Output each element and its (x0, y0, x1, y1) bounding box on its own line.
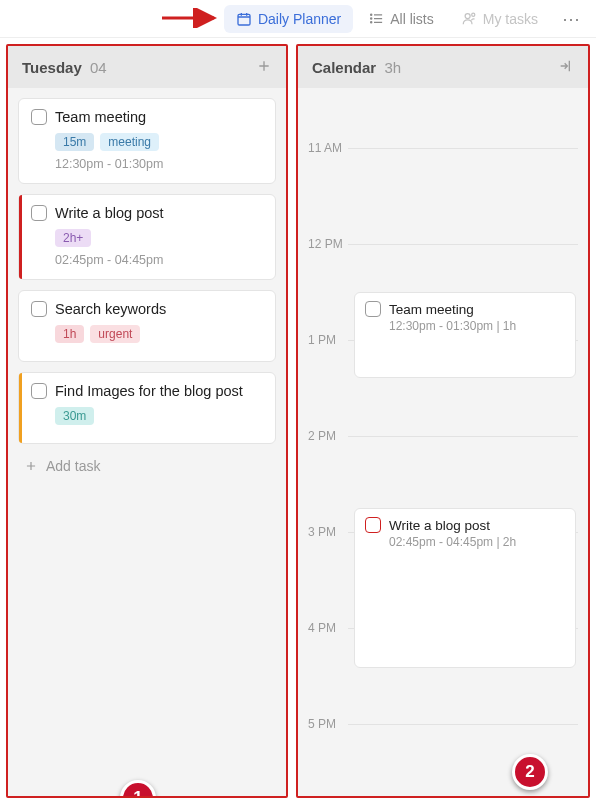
task-tag: 1h (55, 325, 84, 343)
calendar-header: Calendar 3h (298, 46, 588, 88)
annotation-badge-2: 2 (512, 754, 548, 790)
calendar-title: Calendar (312, 59, 376, 76)
calendar-subtitle: 3h (384, 59, 401, 76)
task-list-header: Tuesday 04 (8, 46, 286, 88)
hour-label: 2 PM (298, 429, 348, 443)
svg-point-2 (371, 14, 372, 15)
hour-line (348, 436, 578, 437)
nav-label: Daily Planner (258, 11, 341, 27)
svg-point-3 (371, 18, 372, 19)
annotation-badge-1: 1 (120, 780, 156, 798)
event-checkbox[interactable] (365, 517, 381, 533)
task-checkbox[interactable] (31, 383, 47, 399)
event-title: Write a blog post (389, 518, 490, 533)
nav-daily-planner[interactable]: Daily Planner (224, 5, 353, 33)
task-title: Find Images for the blog post (55, 383, 243, 399)
task-time: 12:30pm - 01:30pm (55, 157, 263, 171)
nav-label: My tasks (483, 11, 538, 27)
task-card[interactable]: Search keywords1hurgent (18, 290, 276, 362)
hour-label: 4 PM (298, 621, 348, 635)
calendar-event[interactable]: Write a blog post02:45pm - 04:45pm | 2h (354, 508, 576, 668)
hour-line (348, 244, 578, 245)
event-checkbox[interactable] (365, 301, 381, 317)
task-checkbox[interactable] (31, 109, 47, 125)
hour-label: 1 PM (298, 333, 348, 347)
add-task-button[interactable]: Add task (18, 454, 276, 478)
priority-stripe (19, 195, 22, 279)
svg-point-6 (471, 13, 474, 16)
task-title: Search keywords (55, 301, 166, 317)
task-card[interactable]: Find Images for the blog post30m (18, 372, 276, 444)
task-tag: meeting (100, 133, 159, 151)
hour-label: 11 AM (298, 141, 348, 155)
more-menu-button[interactable]: ⋯ (554, 4, 588, 34)
task-card[interactable]: Team meeting15mmeeting12:30pm - 01:30pm (18, 98, 276, 184)
svg-point-4 (371, 22, 372, 23)
svg-rect-1 (238, 14, 250, 25)
task-list-pane: Tuesday 04 Team meeting15mmeeting12:30pm… (6, 44, 288, 798)
task-tag: 2h+ (55, 229, 91, 247)
header-day: Tuesday (22, 59, 82, 76)
hour-line (348, 148, 578, 149)
task-card[interactable]: Write a blog post2h+02:45pm - 04:45pm (18, 194, 276, 280)
calendar-icon (236, 11, 252, 27)
nav-my-tasks[interactable]: My tasks (450, 5, 550, 33)
add-task-label: Add task (46, 458, 100, 474)
hour-row: 11 AM (298, 148, 588, 244)
task-tag: 30m (55, 407, 94, 425)
collapse-icon[interactable] (558, 58, 574, 77)
hour-line (348, 724, 578, 725)
task-tag: urgent (90, 325, 140, 343)
event-subtitle: 12:30pm - 01:30pm | 1h (389, 319, 565, 333)
add-icon[interactable] (256, 58, 272, 77)
priority-stripe (19, 373, 22, 443)
person-icon (462, 11, 477, 26)
hour-label: 5 PM (298, 717, 348, 731)
task-title: Write a blog post (55, 205, 164, 221)
task-tag: 15m (55, 133, 94, 151)
list-icon (369, 11, 384, 26)
hour-label: 12 PM (298, 237, 348, 251)
nav-label: All lists (390, 11, 434, 27)
task-title: Team meeting (55, 109, 146, 125)
nav-all-lists[interactable]: All lists (357, 5, 446, 33)
calendar-pane: Calendar 3h 11 AM12 PM1 PM2 PM3 PM4 PM5 … (296, 44, 590, 798)
calendar-event[interactable]: Team meeting12:30pm - 01:30pm | 1h (354, 292, 576, 378)
header-date: 04 (90, 59, 107, 76)
task-checkbox[interactable] (31, 301, 47, 317)
top-nav: Daily Planner All lists My tasks ⋯ (0, 0, 596, 38)
hour-label: 3 PM (298, 525, 348, 539)
event-title: Team meeting (389, 302, 474, 317)
task-time: 02:45pm - 04:45pm (55, 253, 263, 267)
event-subtitle: 02:45pm - 04:45pm | 2h (389, 535, 565, 549)
task-checkbox[interactable] (31, 205, 47, 221)
svg-point-5 (465, 14, 470, 19)
